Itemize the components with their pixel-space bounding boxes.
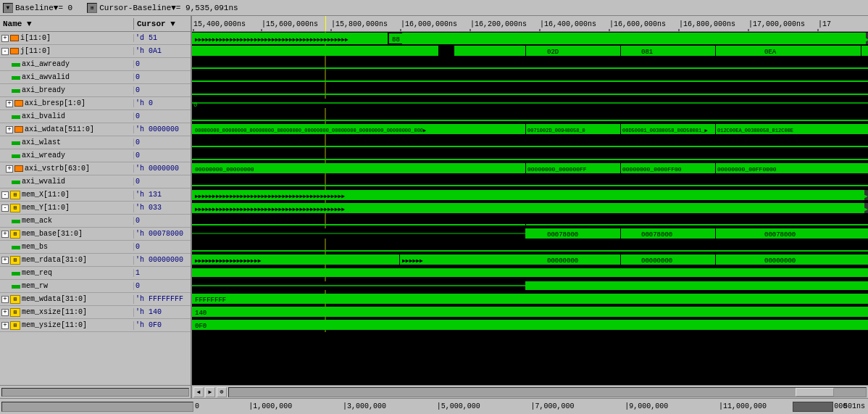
- svg-text:081: 081: [641, 49, 653, 56]
- expand-icon[interactable]: +: [6, 100, 13, 107]
- signal-value: 'h 00000000: [134, 256, 191, 264]
- view-window-indicator[interactable]: [793, 402, 833, 412]
- zoom-icon[interactable]: ⊕: [217, 387, 227, 397]
- svg-text:▶▶▶▶▶▶▶▶▶▶▶▶▶▶▶▶▶▶▶: ▶▶▶▶▶▶▶▶▶▶▶▶▶▶▶▶▶▶▶: [195, 257, 262, 264]
- svg-rect-60: [620, 124, 621, 134]
- wire-icon: [12, 63, 20, 67]
- cursor-icon: ⊞: [87, 3, 97, 13]
- svg-text:▶: ▶: [864, 206, 868, 212]
- list-item[interactable]: + axi_bresp[1:0] 'h 0: [0, 97, 191, 110]
- wire-icon: [12, 272, 20, 276]
- list-item[interactable]: - j[11:0] 'h 0A1: [0, 45, 191, 58]
- horizontal-scrollbar[interactable]: [1, 388, 189, 397]
- list-item[interactable]: mem_ack 0: [0, 215, 191, 228]
- svg-text:00000000_0000FF00: 00000000_0000FF00: [622, 166, 682, 173]
- list-item[interactable]: + ⊞ mem_ysize[11:0] 'h 0F0: [0, 319, 191, 332]
- signal-value: 0: [134, 138, 191, 146]
- wire-icon: [12, 181, 20, 184]
- expand-icon[interactable]: +: [1, 322, 9, 329]
- time-mark-6: |11,000,000: [719, 402, 767, 410]
- expand-icon[interactable]: +: [1, 231, 9, 238]
- svg-text:|16,800,000ns: |16,800,000ns: [679, 20, 735, 28]
- expand-icon[interactable]: +: [1, 296, 9, 303]
- svg-rect-121: [192, 294, 868, 304]
- list-item[interactable]: axi_bready 0: [0, 84, 191, 97]
- svg-text:▶▶▶▶▶▶▶▶▶▶▶▶▶▶▶▶▶▶▶▶▶▶▶▶▶▶▶▶▶▶: ▶▶▶▶▶▶▶▶▶▶▶▶▶▶▶▶▶▶▶▶▶▶▶▶▶▶▶▶▶▶▶▶▶▶▶▶▶▶▶▶…: [195, 206, 345, 212]
- signal-value: 0: [134, 60, 191, 68]
- expand-icon[interactable]: -: [1, 204, 9, 212]
- bus-icon: [10, 48, 19, 54]
- list-item[interactable]: + i[11:0] 'd 51: [0, 32, 191, 45]
- expand-icon[interactable]: +: [1, 257, 9, 264]
- bus-icon: [14, 165, 23, 172]
- signal-panel-bottom-scroll[interactable]: [1, 402, 193, 412]
- svg-text:00000000: 00000000: [641, 257, 672, 265]
- svg-text:88: 88: [392, 36, 400, 44]
- baseline-icon: ▼: [3, 3, 13, 13]
- list-item[interactable]: - ⊞ mem_X[11:0] 'h 131: [0, 189, 191, 202]
- list-item[interactable]: axi_wready 0: [0, 149, 191, 162]
- signal-value: 'h FFFFFFFF: [134, 295, 191, 303]
- list-item[interactable]: axi_awready 0: [0, 58, 191, 71]
- waveform-scroll[interactable]: ▶▶▶▶▶▶▶▶▶▶▶▶▶▶▶▶▶▶▶▶▶▶▶▶▶▶▶▶▶▶▶▶▶▶▶▶▶▶▶▶…: [192, 32, 868, 385]
- list-item[interactable]: axi_awvalid 0: [0, 71, 191, 84]
- expand-icon[interactable]: -: [1, 48, 9, 55]
- signal-value: 0: [134, 73, 191, 81]
- svg-text:|17: |17: [818, 20, 831, 28]
- list-item[interactable]: mem_req 1: [0, 267, 191, 280]
- signal-value: 'h 0000000: [134, 165, 191, 173]
- svg-rect-39: [620, 46, 621, 56]
- waveform-scrollbar[interactable]: ◀ ▶ ⊕: [192, 385, 868, 398]
- signal-name-label: mem_wdata[31:0]: [22, 295, 87, 303]
- svg-text:▶: ▶: [864, 193, 868, 199]
- svg-text:0071002D_00940058_0: 0071002D_00940058_0: [527, 128, 585, 133]
- wire-icon: [12, 154, 20, 158]
- name-column-header[interactable]: Name ▼: [0, 18, 134, 30]
- list-item[interactable]: + axi_wdata[511:0] 'h 0000000: [0, 123, 191, 136]
- group-icon: ⊞: [10, 191, 20, 199]
- list-item[interactable]: + ⊞ mem_wdata[31:0] 'h FFFFFFFF: [0, 293, 191, 306]
- expand-icon[interactable]: +: [6, 126, 13, 133]
- signal-name-label: axi_wready: [22, 152, 65, 160]
- bus-icon: [14, 100, 23, 107]
- cursor-column-header[interactable]: Cursor ▼: [134, 18, 191, 30]
- svg-rect-46: [861, 46, 868, 56]
- signal-value: 0: [134, 282, 191, 290]
- list-item[interactable]: + ⊞ mem_base[31:0] 'h 00078000: [0, 228, 191, 241]
- bus-icon: [10, 35, 19, 41]
- signal-panel-scrollbar[interactable]: [0, 385, 191, 398]
- list-item[interactable]: axi_wlast 0: [0, 136, 191, 149]
- expand-icon[interactable]: +: [1, 35, 9, 42]
- scroll-right-btn[interactable]: ▶: [205, 387, 215, 397]
- svg-rect-123: [192, 307, 868, 317]
- scroll-left-btn[interactable]: ◀: [193, 387, 204, 397]
- scrollbar-thumb[interactable]: [796, 388, 834, 397]
- svg-rect-32: [439, 46, 454, 56]
- list-item[interactable]: axi_wvalid 0: [0, 175, 191, 189]
- signal-value: 'h 131: [134, 191, 191, 199]
- signal-value: 'd 51: [134, 34, 191, 42]
- list-item[interactable]: mem_rw 0: [0, 280, 191, 293]
- signal-name-label: mem_bs: [22, 243, 48, 251]
- group-icon: ⊞: [10, 204, 20, 212]
- signal-name-label: mem_Y[11:0]: [22, 204, 70, 212]
- signal-value: 'h 0000000: [134, 125, 191, 133]
- svg-text:00078000: 00078000: [764, 231, 796, 239]
- svg-text:00000000_000000FF: 00000000_000000FF: [527, 166, 587, 173]
- group-icon: ⊞: [10, 295, 20, 304]
- svg-rect-30: [192, 46, 438, 56]
- list-item[interactable]: mem_bs 0: [0, 241, 191, 254]
- list-item[interactable]: axi_bvalid 0: [0, 110, 191, 123]
- list-item[interactable]: + ⊞ mem_xsize[11:0] 'h 140: [0, 306, 191, 319]
- signal-name-label: i[11:0]: [20, 34, 51, 42]
- list-item[interactable]: - ⊞ mem_Y[11:0] 'h 033: [0, 202, 191, 215]
- list-item[interactable]: + axi_vstrb[63:0] 'h 0000000: [0, 162, 191, 175]
- list-item[interactable]: + ⊞ mem_rdata[31:0] 'h 00000000: [0, 254, 191, 267]
- svg-rect-25: [388, 33, 389, 44]
- expand-icon[interactable]: -: [1, 191, 9, 199]
- horizontal-scrollbar[interactable]: [228, 387, 867, 397]
- signal-value: 0: [134, 86, 191, 94]
- expand-icon[interactable]: +: [1, 309, 9, 316]
- svg-text:00000000_00FF0000: 00000000_00FF0000: [717, 166, 777, 173]
- expand-icon[interactable]: +: [6, 165, 13, 173]
